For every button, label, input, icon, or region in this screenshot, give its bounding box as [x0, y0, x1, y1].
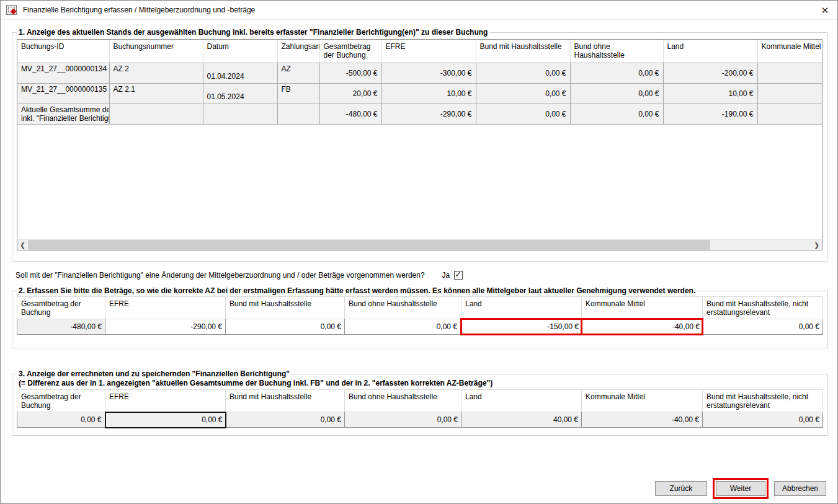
section-3-groupbox: 3. Anzeige der errechneten und zu speich… — [12, 369, 828, 436]
scrollbar-thumb[interactable] — [28, 240, 710, 250]
cancel-button[interactable]: Abbrechen — [774, 481, 826, 496]
cell-bund-mit: 0,00 € — [476, 83, 570, 104]
check-icon: ✓ — [455, 270, 461, 279]
col-header-bund-mit: Bund mit Haushaltsstelle — [226, 390, 345, 412]
col-header-buchungs-id: Buchungs-ID — [17, 40, 109, 63]
cell-zahlungsart: AZ — [277, 63, 319, 83]
cell-buchungs-id: MV_21_27__0000000134 — [17, 63, 109, 83]
correct-amounts-header-row: Gesamtbetrag der Buchung EFRE Bund mit H… — [17, 297, 823, 319]
cell-kommunale — [757, 83, 822, 104]
output-gesamtbetrag: 0,00 € — [17, 412, 105, 428]
section-3-legend-line-1: 3. Anzeige der errechneten und zu speich… — [17, 369, 292, 378]
col-header-bund-mit: Bund mit Haushaltsstelle — [226, 297, 345, 319]
col-header-buchungsnummer: Buchungsnummer — [109, 40, 203, 63]
bookings-header-row: Buchungs-ID Buchungsnummer Datum Zahlung… — [17, 40, 822, 63]
col-header-kommunale: Kommunale Mittel — [582, 297, 703, 319]
next-button[interactable]: Weiter — [716, 481, 765, 496]
sum-row: Aktuelle Gesamtsumme der Buc inkl. "Fina… — [17, 104, 822, 124]
col-header-bund-ohne: Bund ohne Haushaltsstelle — [345, 297, 461, 319]
next-button-highlight: Weiter — [713, 478, 769, 499]
col-header-bund-ohne: Bund ohne Haushaltsstelle — [570, 40, 663, 63]
output-kommunale: -40,00 € — [582, 412, 703, 428]
scroll-right-icon[interactable]: ❯ — [811, 240, 822, 250]
mittelgeber-question-row: Soll mit der "Finanziellen Berichtigung"… — [16, 271, 463, 280]
input-gesamtbetrag: -480,00 € — [17, 319, 105, 335]
cell-empty — [203, 104, 277, 124]
input-bund-mit-nicht-erstattung[interactable]: 0,00 € — [703, 319, 823, 335]
cell-empty — [277, 104, 319, 124]
col-header-land: Land — [461, 390, 582, 412]
computed-correction-header-row: Gesamtbetrag der Buchung EFRE Bund mit H… — [17, 390, 823, 412]
section-2-legend: 2. Erfassen Sie bitte die Beträge, so wi… — [17, 286, 697, 295]
input-bund-ohne[interactable]: 0,00 € — [345, 319, 461, 335]
cell-land: -200,00 € — [663, 63, 757, 83]
output-land: 40,00 € — [461, 412, 582, 428]
col-header-gesamtbetrag: Gesamtbetrag der Buchung — [319, 40, 381, 63]
table-row: MV_21_27__0000000134 AZ 2 01.04.2024 AZ … — [17, 63, 822, 83]
cell-gesamtbetrag: -500,00 € — [319, 63, 381, 83]
col-header-efre: EFRE — [381, 40, 476, 63]
col-header-efre: EFRE — [105, 390, 226, 412]
ja-label: Ja — [442, 271, 450, 280]
table-row: MV_21_27__0000000135 AZ 2.1 01.05.2024 F… — [17, 83, 822, 104]
cell-empty — [109, 104, 203, 124]
computed-correction-value-row: 0,00 € 0,00 € 0,00 € 0,00 € 40,00 € -40,… — [17, 412, 823, 428]
cell-zahlungsart: FB — [277, 83, 319, 104]
input-land-highlighted[interactable]: -150,00 € — [461, 319, 582, 335]
bookings-table: Buchungs-ID Buchungsnummer Datum Zahlung… — [17, 40, 822, 125]
cell-efre: -300,00 € — [381, 63, 476, 83]
back-button[interactable]: Zurück — [655, 481, 707, 496]
input-efre[interactable]: -290,00 € — [105, 319, 226, 335]
col-header-bund-mit: Bund mit Haushaltsstelle — [476, 40, 570, 63]
col-header-bund-mit-nicht-erstattung: Bund mit Haushaltsstelle, nicht erstattu… — [703, 297, 823, 319]
sum-bund-mit: 0,00 € — [476, 104, 570, 124]
cell-kommunale — [757, 63, 822, 83]
sum-gesamtbetrag: -480,00 € — [319, 104, 381, 124]
cell-bund-mit: 0,00 € — [476, 63, 570, 83]
col-header-gesamtbetrag: Gesamtbetrag der Buchung — [17, 297, 105, 319]
section-1-legend: 1. Anzeige des aktuellen Stands der ausg… — [17, 28, 489, 37]
sum-label-line-1: Aktuelle Gesamtsumme der Buc — [21, 105, 105, 114]
scroll-left-icon[interactable]: ❮ — [17, 240, 28, 250]
cell-bund-ohne: 0,00 € — [570, 63, 663, 83]
col-header-efre: EFRE — [105, 297, 226, 319]
col-header-gesamtbetrag: Gesamtbetrag der Buchung — [17, 390, 105, 412]
cell-datum: 01.04.2024 — [203, 63, 277, 83]
output-bund-mit-nicht-erstattung: 0,00 € — [703, 412, 823, 428]
scrollbar-track[interactable] — [28, 240, 811, 250]
section-2-groupbox: 2. Erfassen Sie bitte die Beträge, so wi… — [12, 286, 828, 348]
title-bar: Finanzielle Berichtigung erfassen / Mitt… — [1, 1, 837, 20]
ja-checkbox[interactable]: ✓ — [454, 271, 463, 280]
footer-button-bar: Zurück Weiter Abbrechen — [655, 478, 826, 499]
col-header-kommunale: Kommunale Mittel — [582, 390, 703, 412]
cell-buchungsnummer: AZ 2 — [109, 63, 203, 83]
cell-bund-ohne: 0,00 € — [570, 83, 663, 104]
horizontal-scrollbar[interactable]: ❮ ❯ — [17, 239, 822, 250]
output-bund-mit: 0,00 € — [226, 412, 345, 428]
window-title: Finanzielle Berichtigung erfassen / Mitt… — [23, 6, 255, 14]
computed-correction-table: Gesamtbetrag der Buchung EFRE Bund mit H… — [17, 389, 823, 428]
sum-label-line-2: inkl. "Finanzieller Berichtigung(e — [21, 114, 105, 123]
bookings-table-container: Buchungs-ID Buchungsnummer Datum Zahlung… — [17, 39, 822, 250]
input-kommunale-highlighted[interactable]: -40,00 € — [582, 319, 703, 335]
col-header-land: Land — [663, 40, 757, 63]
question-label: Soll mit der "Finanziellen Berichtigung"… — [16, 271, 425, 280]
cell-land: 10,00 € — [663, 83, 757, 104]
sum-row-label: Aktuelle Gesamtsumme der Buc inkl. "Fina… — [17, 104, 109, 124]
sum-land: -190,00 € — [663, 104, 757, 124]
cell-buchungsnummer: AZ 2.1 — [109, 83, 203, 104]
output-bund-ohne: 0,00 € — [345, 412, 461, 428]
close-icon[interactable]: ✕ — [813, 1, 837, 20]
cell-gesamtbetrag: 20,00 € — [319, 83, 381, 104]
col-header-bund-mit-nicht-erstattung: Bund mit Haushaltsstelle, nicht erstattu… — [703, 390, 823, 412]
input-bund-mit[interactable]: 0,00 € — [226, 319, 345, 335]
app-icon — [6, 5, 17, 15]
output-efre-focused[interactable]: 0,00 € — [105, 412, 226, 428]
sum-kommunale — [757, 104, 822, 124]
sum-efre: -290,00 € — [381, 104, 476, 124]
section-1-groupbox: 1. Anzeige des aktuellen Stands der ausg… — [12, 28, 827, 262]
col-header-land: Land — [461, 297, 582, 319]
col-header-datum: Datum — [203, 40, 277, 63]
sum-bund-ohne: 0,00 € — [570, 104, 663, 124]
col-header-bund-ohne: Bund ohne Haushaltsstelle — [345, 390, 461, 412]
